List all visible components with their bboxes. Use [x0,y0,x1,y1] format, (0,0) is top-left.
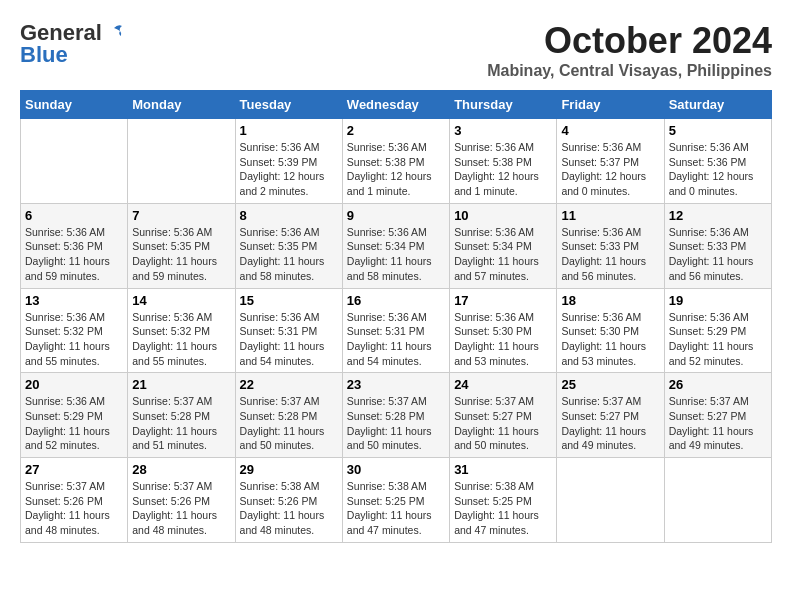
calendar-day-cell: 16Sunrise: 5:36 AMSunset: 5:31 PMDayligh… [342,288,449,373]
logo-blue: Blue [20,42,68,68]
calendar-day-cell: 22Sunrise: 5:37 AMSunset: 5:28 PMDayligh… [235,373,342,458]
day-number: 19 [669,293,767,308]
calendar-day-cell: 8Sunrise: 5:36 AMSunset: 5:35 PMDaylight… [235,203,342,288]
calendar-day-cell: 6Sunrise: 5:36 AMSunset: 5:36 PMDaylight… [21,203,128,288]
weekday-header: Thursday [450,91,557,119]
day-number: 10 [454,208,552,223]
day-info: Sunrise: 5:36 AMSunset: 5:33 PMDaylight:… [669,225,767,284]
day-info: Sunrise: 5:36 AMSunset: 5:38 PMDaylight:… [454,140,552,199]
day-info: Sunrise: 5:36 AMSunset: 5:33 PMDaylight:… [561,225,659,284]
calendar-day-cell: 25Sunrise: 5:37 AMSunset: 5:27 PMDayligh… [557,373,664,458]
header: General Blue October 2024 Mabinay, Centr… [20,20,772,80]
day-info: Sunrise: 5:36 AMSunset: 5:38 PMDaylight:… [347,140,445,199]
day-info: Sunrise: 5:37 AMSunset: 5:27 PMDaylight:… [454,394,552,453]
calendar-day-cell: 28Sunrise: 5:37 AMSunset: 5:26 PMDayligh… [128,458,235,543]
calendar-day-cell: 24Sunrise: 5:37 AMSunset: 5:27 PMDayligh… [450,373,557,458]
empty-cell [128,119,235,204]
day-number: 20 [25,377,123,392]
weekday-header: Tuesday [235,91,342,119]
day-number: 12 [669,208,767,223]
day-number: 5 [669,123,767,138]
day-info: Sunrise: 5:36 AMSunset: 5:30 PMDaylight:… [454,310,552,369]
day-info: Sunrise: 5:36 AMSunset: 5:35 PMDaylight:… [132,225,230,284]
weekday-header-row: SundayMondayTuesdayWednesdayThursdayFrid… [21,91,772,119]
day-number: 11 [561,208,659,223]
day-info: Sunrise: 5:36 AMSunset: 5:29 PMDaylight:… [669,310,767,369]
day-info: Sunrise: 5:36 AMSunset: 5:36 PMDaylight:… [669,140,767,199]
day-info: Sunrise: 5:38 AMSunset: 5:25 PMDaylight:… [454,479,552,538]
calendar-day-cell: 1Sunrise: 5:36 AMSunset: 5:39 PMDaylight… [235,119,342,204]
logo-bird-icon [104,22,126,44]
day-info: Sunrise: 5:36 AMSunset: 5:32 PMDaylight:… [132,310,230,369]
day-number: 17 [454,293,552,308]
weekday-header: Sunday [21,91,128,119]
weekday-header: Wednesday [342,91,449,119]
calendar-day-cell: 13Sunrise: 5:36 AMSunset: 5:32 PMDayligh… [21,288,128,373]
day-info: Sunrise: 5:36 AMSunset: 5:39 PMDaylight:… [240,140,338,199]
calendar-day-cell: 19Sunrise: 5:36 AMSunset: 5:29 PMDayligh… [664,288,771,373]
day-number: 1 [240,123,338,138]
day-number: 27 [25,462,123,477]
calendar-day-cell: 26Sunrise: 5:37 AMSunset: 5:27 PMDayligh… [664,373,771,458]
empty-cell [664,458,771,543]
day-number: 18 [561,293,659,308]
day-info: Sunrise: 5:36 AMSunset: 5:34 PMDaylight:… [454,225,552,284]
empty-cell [557,458,664,543]
day-info: Sunrise: 5:36 AMSunset: 5:34 PMDaylight:… [347,225,445,284]
day-info: Sunrise: 5:37 AMSunset: 5:28 PMDaylight:… [240,394,338,453]
weekday-header: Friday [557,91,664,119]
day-info: Sunrise: 5:36 AMSunset: 5:31 PMDaylight:… [347,310,445,369]
day-info: Sunrise: 5:36 AMSunset: 5:29 PMDaylight:… [25,394,123,453]
calendar-day-cell: 10Sunrise: 5:36 AMSunset: 5:34 PMDayligh… [450,203,557,288]
day-info: Sunrise: 5:37 AMSunset: 5:28 PMDaylight:… [347,394,445,453]
day-number: 15 [240,293,338,308]
calendar-day-cell: 3Sunrise: 5:36 AMSunset: 5:38 PMDaylight… [450,119,557,204]
day-number: 2 [347,123,445,138]
calendar-day-cell: 17Sunrise: 5:36 AMSunset: 5:30 PMDayligh… [450,288,557,373]
calendar-day-cell: 15Sunrise: 5:36 AMSunset: 5:31 PMDayligh… [235,288,342,373]
day-info: Sunrise: 5:37 AMSunset: 5:28 PMDaylight:… [132,394,230,453]
day-number: 29 [240,462,338,477]
day-number: 8 [240,208,338,223]
day-info: Sunrise: 5:36 AMSunset: 5:30 PMDaylight:… [561,310,659,369]
day-number: 21 [132,377,230,392]
day-info: Sunrise: 5:38 AMSunset: 5:25 PMDaylight:… [347,479,445,538]
day-number: 24 [454,377,552,392]
day-info: Sunrise: 5:38 AMSunset: 5:26 PMDaylight:… [240,479,338,538]
calendar-day-cell: 18Sunrise: 5:36 AMSunset: 5:30 PMDayligh… [557,288,664,373]
weekday-header: Monday [128,91,235,119]
day-number: 23 [347,377,445,392]
calendar-day-cell: 31Sunrise: 5:38 AMSunset: 5:25 PMDayligh… [450,458,557,543]
calendar-day-cell: 4Sunrise: 5:36 AMSunset: 5:37 PMDaylight… [557,119,664,204]
weekday-header: Saturday [664,91,771,119]
calendar-week-row: 27Sunrise: 5:37 AMSunset: 5:26 PMDayligh… [21,458,772,543]
day-info: Sunrise: 5:37 AMSunset: 5:26 PMDaylight:… [25,479,123,538]
calendar-week-row: 20Sunrise: 5:36 AMSunset: 5:29 PMDayligh… [21,373,772,458]
calendar-day-cell: 27Sunrise: 5:37 AMSunset: 5:26 PMDayligh… [21,458,128,543]
calendar-day-cell: 7Sunrise: 5:36 AMSunset: 5:35 PMDaylight… [128,203,235,288]
day-number: 7 [132,208,230,223]
day-number: 31 [454,462,552,477]
day-number: 6 [25,208,123,223]
month-title: October 2024 [487,20,772,62]
calendar-day-cell: 12Sunrise: 5:36 AMSunset: 5:33 PMDayligh… [664,203,771,288]
day-info: Sunrise: 5:37 AMSunset: 5:26 PMDaylight:… [132,479,230,538]
day-info: Sunrise: 5:36 AMSunset: 5:37 PMDaylight:… [561,140,659,199]
calendar-day-cell: 29Sunrise: 5:38 AMSunset: 5:26 PMDayligh… [235,458,342,543]
day-info: Sunrise: 5:36 AMSunset: 5:36 PMDaylight:… [25,225,123,284]
calendar-week-row: 1Sunrise: 5:36 AMSunset: 5:39 PMDaylight… [21,119,772,204]
empty-cell [21,119,128,204]
calendar-day-cell: 14Sunrise: 5:36 AMSunset: 5:32 PMDayligh… [128,288,235,373]
day-number: 4 [561,123,659,138]
calendar: SundayMondayTuesdayWednesdayThursdayFrid… [20,90,772,543]
calendar-day-cell: 5Sunrise: 5:36 AMSunset: 5:36 PMDaylight… [664,119,771,204]
calendar-day-cell: 23Sunrise: 5:37 AMSunset: 5:28 PMDayligh… [342,373,449,458]
day-info: Sunrise: 5:37 AMSunset: 5:27 PMDaylight:… [561,394,659,453]
day-number: 28 [132,462,230,477]
location-title: Mabinay, Central Visayas, Philippines [487,62,772,80]
day-number: 16 [347,293,445,308]
title-area: October 2024 Mabinay, Central Visayas, P… [487,20,772,80]
calendar-day-cell: 20Sunrise: 5:36 AMSunset: 5:29 PMDayligh… [21,373,128,458]
day-number: 26 [669,377,767,392]
logo: General Blue [20,20,126,68]
